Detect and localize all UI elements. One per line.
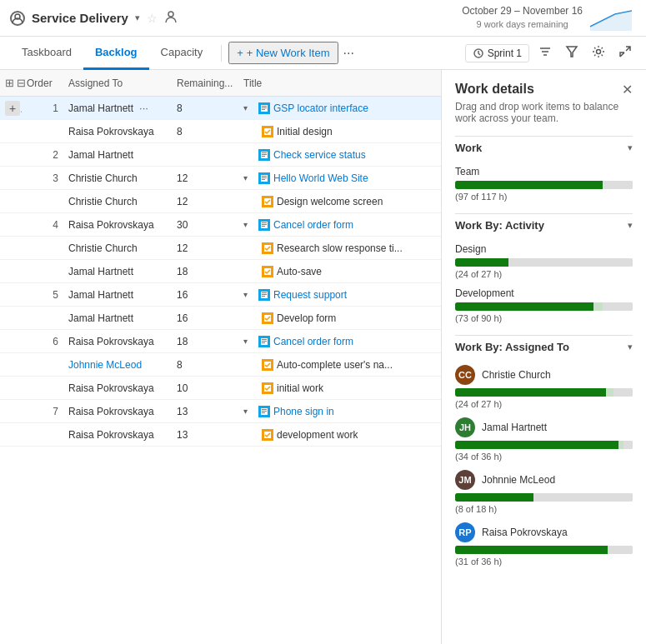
title-cell: initial work [238,380,441,397]
development-bar-fill [455,302,593,311]
assigned-section-chevron[interactable]: ▾ [628,342,633,352]
expand-row-icon[interactable]: ▾ [243,173,255,182]
person-row-jamal: JH Jamal Hartnett [455,417,633,437]
row-order [22,386,63,391]
svg-rect-34 [262,339,267,340]
remaining-cell: 18 [172,333,238,350]
work-item-title[interactable]: Develop form [277,312,336,324]
tab-taskboard[interactable]: Taskboard [10,37,83,70]
work-item-title[interactable]: Phone sign in [273,406,334,417]
person-icon[interactable] [164,10,178,27]
work-by-activity-title: Work By: Activity [455,219,544,232]
work-section-chevron[interactable]: ▾ [628,142,633,153]
row-order [22,199,63,204]
raisa-bar-fill [455,546,608,554]
chevron-down-icon[interactable]: ▾ [135,12,140,23]
row-add-cell [0,339,22,344]
team-bar-caption: (97 of 117 h) [455,192,633,202]
person-name-christie: Christie Church [482,369,551,381]
row-order: 1 [22,100,63,117]
expand-row-icon[interactable]: ▾ [243,407,255,416]
raisa-caption: (31 of 36 h) [455,557,633,567]
expand-row-icon[interactable]: ▾ [243,103,255,112]
svg-rect-24 [262,224,267,225]
development-bar-empty [603,302,633,311]
remaining-cell: 8 [172,100,238,117]
svg-marker-6 [567,47,577,57]
svg-rect-35 [262,341,267,342]
assigned-name: Christie Church [68,196,138,207]
assigned-to-cell: Raisa Pokrovskaya [63,333,172,350]
filter-view-icon[interactable] [534,43,556,62]
backlog-panel: ⊞ ⊟ Order Assigned To Remaining... Title… [0,70,442,644]
add-child-button[interactable]: + [5,101,20,116]
work-item-title[interactable]: initial work [277,382,323,394]
development-bar-caption: (73 of 90 h) [455,313,633,323]
row-order: 6 [22,333,63,350]
assigned-to-cell: Raisa Pokrovskaya [63,217,172,233]
expand-icon[interactable] [614,43,636,62]
work-item-title[interactable]: Hello World Web Site [273,172,368,184]
activity-section-chevron[interactable]: ▾ [628,220,633,231]
sprint-selector[interactable]: Sprint 1 [465,44,529,62]
work-item-title[interactable]: Research slow response ti... [277,242,403,254]
assigned-to-cell: Raisa Pokrovskaya [63,403,172,420]
jamal-bar-fill [455,441,618,449]
remaining-cell: 12 [172,170,238,187]
expand-row-icon[interactable]: ▾ [243,290,255,299]
svg-rect-25 [262,226,265,227]
funnel-icon[interactable] [561,43,583,62]
work-section-title: Work [455,142,482,154]
work-by-assigned-header: Work By: Assigned To ▾ [455,335,633,358]
svg-rect-15 [262,154,267,155]
team-bar-empty [603,181,633,189]
work-item-title[interactable]: development work [277,429,358,441]
christie-bar [455,388,633,397]
row-add-cell [0,362,22,367]
tab-capacity[interactable]: Capacity [149,37,215,70]
table-row: 6 Raisa Pokrovskaya 18 ▾ Cancel order fo… [0,330,441,353]
sprint-label: Sprint 1 [488,47,522,59]
date-range: October 29 – November 16 9 work days rem… [462,4,583,31]
close-panel-button[interactable]: ✕ [622,82,633,97]
row-add-cell [0,432,22,437]
work-item-title[interactable]: Initial design [277,126,333,137]
title-cell: ▾ GSP locator interface [238,100,441,117]
expand-row-icon[interactable]: ▾ [243,220,255,229]
work-item-title[interactable]: Cancel order form [273,219,353,231]
row-add-cell [0,129,22,134]
work-item-title[interactable]: Cancel order form [273,336,353,347]
avatar-christie: CC [455,365,475,385]
expand-row-icon[interactable]: ▾ [243,337,255,346]
row-more-button[interactable]: ··· [137,102,151,114]
person-row-christie: CC Christie Church [455,365,633,385]
row-order [22,316,63,321]
work-item-title[interactable]: Check service status [273,149,366,161]
assigned-name: Raisa Pokrovskaya [68,406,154,417]
expand-all-icon[interactable]: ⊞ [5,77,14,89]
row-add-cell [0,269,22,274]
work-item-title[interactable]: Request support [273,289,347,301]
settings-icon[interactable] [588,43,609,62]
work-item-title[interactable]: Design welcome screen [277,196,383,207]
work-item-title[interactable]: Auto-complete user's na... [277,359,393,371]
story-icon [258,102,270,114]
svg-rect-11 [262,109,265,110]
assigned-name: Raisa Pokrovskaya [68,382,154,394]
tab-backlog[interactable]: Backlog [83,37,149,70]
design-bar-empty [508,258,633,267]
row-order [22,432,63,437]
work-item-title[interactable]: GSP locator interface [273,102,368,114]
assigned-to-cell: Christie Church [63,193,172,210]
table-row: Christie Church 12 Research slow respons… [0,237,441,260]
more-options-button[interactable]: ··· [338,42,359,64]
work-item-title[interactable]: Auto-save [277,266,322,277]
nav-tabs: Taskboard Backlog Capacity [10,37,214,70]
days-remaining: 9 work days remaining [462,18,583,31]
new-work-item-button[interactable]: + + New Work Item [228,42,338,64]
svg-rect-40 [262,409,267,410]
star-icon[interactable]: ☆ [147,12,158,25]
assigned-name: Raisa Pokrovskaya [68,219,154,231]
svg-rect-31 [262,296,265,297]
remaining-cell: 30 [172,217,238,233]
